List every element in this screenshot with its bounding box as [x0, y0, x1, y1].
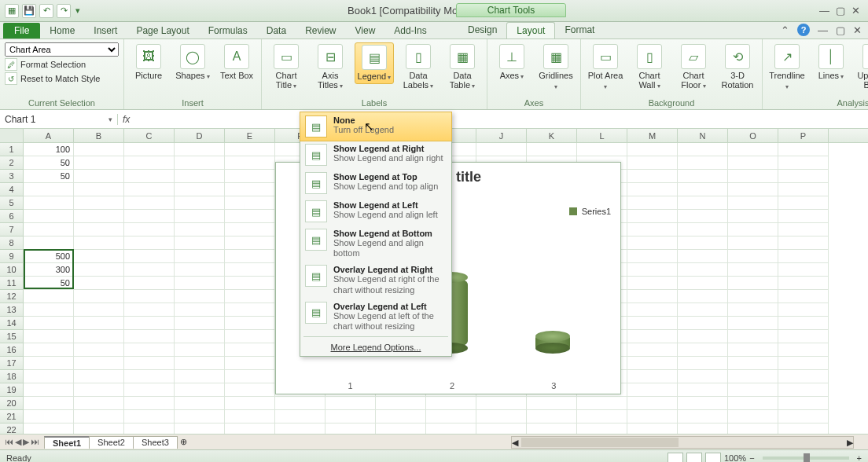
cell[interactable]: [225, 170, 275, 183]
tab-review[interactable]: Review: [296, 23, 345, 38]
cell[interactable]: [627, 330, 678, 343]
cell[interactable]: [124, 223, 175, 236]
row-header[interactable]: 8: [0, 236, 24, 250]
cell[interactable]: [678, 383, 728, 397]
tab-format[interactable]: Format: [555, 22, 604, 38]
cell[interactable]: [778, 236, 829, 250]
cell[interactable]: 300: [24, 263, 74, 277]
column-header[interactable]: C: [124, 129, 175, 142]
workbook-minimize-icon[interactable]: —: [818, 24, 828, 36]
tab-addins[interactable]: Add-Ins: [384, 23, 436, 38]
cell[interactable]: [175, 210, 225, 223]
cell[interactable]: [24, 424, 74, 434]
cell[interactable]: 500: [24, 250, 74, 263]
cell[interactable]: [74, 290, 124, 303]
cell[interactable]: [175, 277, 225, 290]
column-header[interactable]: K: [527, 129, 577, 142]
cell[interactable]: [577, 410, 627, 424]
cell[interactable]: [728, 330, 778, 343]
cell[interactable]: [728, 223, 778, 236]
row-header[interactable]: 17: [0, 357, 24, 370]
cell[interactable]: [74, 156, 124, 170]
cell[interactable]: [74, 196, 124, 210]
sheet-nav-prev-icon[interactable]: ◀: [15, 437, 21, 447]
axis-titles-button[interactable]: ⊟Axis Titles: [311, 42, 350, 92]
undo-icon[interactable]: ↶: [39, 4, 53, 18]
cell[interactable]: [175, 143, 225, 156]
cell[interactable]: [627, 397, 678, 410]
cell[interactable]: [74, 236, 124, 250]
cell[interactable]: [678, 357, 728, 370]
cell[interactable]: [74, 183, 124, 196]
shapes-button[interactable]: ◯Shapes: [173, 42, 212, 82]
cell[interactable]: [74, 277, 124, 290]
cell[interactable]: [175, 370, 225, 383]
cell[interactable]: [577, 424, 627, 434]
cell[interactable]: [778, 383, 829, 397]
cell[interactable]: [225, 330, 275, 343]
cell[interactable]: [124, 236, 175, 250]
cell[interactable]: [74, 383, 124, 397]
row-header[interactable]: 13: [0, 303, 24, 317]
cell[interactable]: [225, 223, 275, 236]
cell[interactable]: [124, 424, 175, 434]
tab-home[interactable]: Home: [40, 23, 84, 38]
cell[interactable]: [225, 156, 275, 170]
cell[interactable]: [778, 143, 829, 156]
cell[interactable]: [225, 410, 275, 424]
cell[interactable]: 50: [24, 156, 74, 170]
cell[interactable]: [627, 290, 678, 303]
cell[interactable]: [124, 156, 175, 170]
cell[interactable]: [175, 383, 225, 397]
cell[interactable]: [74, 317, 124, 330]
cell[interactable]: [678, 263, 728, 277]
column-header[interactable]: N: [678, 129, 728, 142]
page-break-view-button[interactable]: [705, 453, 721, 463]
cell[interactable]: [124, 290, 175, 303]
cell[interactable]: [24, 357, 74, 370]
cell[interactable]: [627, 143, 678, 156]
legend-menu-item[interactable]: ▤Overlay Legend at RightShow Legend at r…: [300, 262, 451, 298]
cell[interactable]: [426, 410, 476, 424]
cell[interactable]: [124, 250, 175, 263]
maximize-icon[interactable]: ▢: [836, 5, 845, 16]
cell[interactable]: [74, 210, 124, 223]
cell[interactable]: [678, 370, 728, 383]
cell[interactable]: [175, 156, 225, 170]
cell[interactable]: [124, 370, 175, 383]
row-header[interactable]: 18: [0, 370, 24, 383]
zoom-level[interactable]: 100%: [724, 453, 746, 463]
cell[interactable]: [24, 290, 74, 303]
cell[interactable]: [225, 370, 275, 383]
row-header[interactable]: 14: [0, 317, 24, 330]
cell[interactable]: [678, 424, 728, 434]
workbook-close-icon[interactable]: ✕: [853, 24, 862, 36]
cell[interactable]: [376, 397, 426, 410]
chart-floor-button[interactable]: ▱Chart Floor: [674, 42, 713, 92]
cell[interactable]: [778, 156, 829, 170]
cell[interactable]: [778, 223, 829, 236]
data-labels-button[interactable]: ▯Data Labels: [399, 42, 438, 92]
cell[interactable]: [124, 143, 175, 156]
cell[interactable]: [627, 343, 678, 357]
column-header[interactable]: P: [778, 129, 829, 142]
reset-style-button[interactable]: ↺Reset to Match Style: [5, 72, 119, 85]
cell[interactable]: [728, 170, 778, 183]
row-header[interactable]: 20: [0, 397, 24, 410]
tab-layout[interactable]: Layout: [506, 22, 555, 38]
tab-insert[interactable]: Insert: [84, 23, 127, 38]
cell[interactable]: [678, 303, 728, 317]
cell[interactable]: [175, 196, 225, 210]
trendline-button[interactable]: ↗Trendline: [767, 42, 807, 93]
format-selection-button[interactable]: 🖉Format Selection: [5, 58, 119, 71]
cell[interactable]: [326, 410, 376, 424]
cell[interactable]: [778, 410, 829, 424]
cell[interactable]: [778, 290, 829, 303]
save-icon[interactable]: 💾: [22, 4, 36, 18]
minimize-ribbon-icon[interactable]: ⌃: [781, 24, 789, 36]
cell[interactable]: [24, 330, 74, 343]
cell[interactable]: [778, 250, 829, 263]
cell[interactable]: [24, 183, 74, 196]
cell[interactable]: [627, 183, 678, 196]
cell[interactable]: 50: [24, 277, 74, 290]
